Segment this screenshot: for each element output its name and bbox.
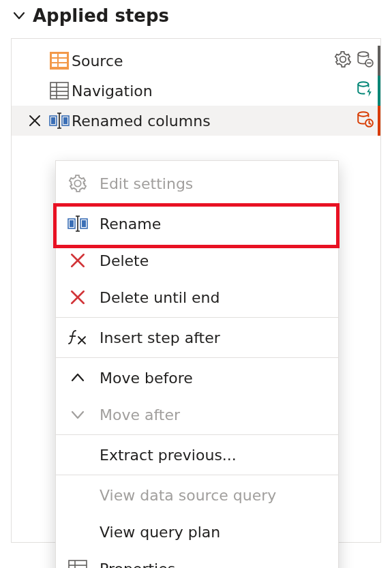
- svg-point-20: [358, 112, 368, 117]
- menu-label: Delete until end: [100, 289, 220, 306]
- svg-rect-3: [52, 59, 57, 62]
- svg-rect-19: [63, 117, 67, 124]
- svg-rect-1: [52, 54, 57, 57]
- chevron-down-icon: [12, 9, 26, 23]
- delete-x-icon: [65, 252, 90, 269]
- menu-item-rename[interactable]: Rename: [56, 205, 338, 242]
- step-navigation[interactable]: Navigation: [12, 76, 380, 106]
- database-bolt-icon: [356, 80, 374, 101]
- svg-rect-4: [59, 59, 67, 62]
- menu-label: Extract previous...: [100, 447, 237, 464]
- step-context-menu: Edit settings Rename: [55, 160, 339, 568]
- svg-rect-27: [69, 560, 87, 568]
- menu-item-delete[interactable]: Delete: [56, 242, 338, 279]
- step-edge-bar: [378, 76, 380, 106]
- rename-icon: [65, 215, 90, 233]
- svg-rect-25: [82, 220, 86, 227]
- menu-separator: [56, 317, 338, 318]
- database-clock-icon: [356, 110, 374, 131]
- menu-item-view-query-plan[interactable]: View query plan: [56, 513, 338, 550]
- menu-item-extract-previous[interactable]: Extract previous...: [56, 436, 338, 473]
- database-minus-icon: [356, 50, 374, 71]
- menu-label: Properties...: [100, 560, 190, 569]
- applied-steps-panel: Source: [11, 38, 381, 543]
- menu-item-properties[interactable]: Properties...: [56, 550, 338, 568]
- applied-steps-title: Applied steps: [33, 5, 169, 26]
- svg-rect-2: [59, 54, 67, 57]
- menu-label: Edit settings: [100, 175, 193, 192]
- delete-step-button[interactable]: [22, 113, 47, 128]
- svg-point-7: [358, 52, 368, 57]
- fx-icon: [65, 329, 90, 346]
- applied-steps-header[interactable]: Applied steps: [12, 5, 381, 26]
- step-edge-bar: [378, 46, 380, 76]
- source-table-icon: [47, 52, 72, 70]
- step-label: Renamed columns: [72, 113, 356, 130]
- rename-columns-icon: [47, 112, 72, 130]
- svg-rect-10: [50, 83, 68, 99]
- gear-icon[interactable]: [334, 50, 352, 71]
- menu-separator: [56, 475, 338, 475]
- chevron-down-icon: [65, 406, 90, 423]
- menu-separator: [56, 357, 338, 358]
- menu-item-view-data-source-query: View data source query: [56, 477, 338, 513]
- menu-label: Delete: [100, 252, 149, 269]
- menu-separator: [56, 203, 338, 204]
- menu-item-delete-until-end[interactable]: Delete until end: [56, 279, 338, 316]
- menu-label: Move before: [100, 370, 193, 387]
- step-source[interactable]: Source: [12, 46, 380, 76]
- delete-x-icon: [65, 289, 90, 305]
- menu-item-move-after: Move after: [56, 396, 338, 433]
- step-label: Navigation: [72, 83, 356, 100]
- svg-point-15: [358, 82, 368, 87]
- menu-item-insert-step-after[interactable]: Insert step after: [56, 319, 338, 356]
- menu-label: Insert step after: [100, 329, 220, 346]
- gear-icon: [65, 174, 90, 193]
- svg-rect-6: [59, 63, 67, 67]
- menu-label: View query plan: [100, 524, 220, 541]
- menu-item-move-before[interactable]: Move before: [56, 359, 338, 396]
- step-edge-bar: [378, 106, 380, 136]
- menu-separator: [56, 434, 338, 435]
- menu-item-edit-settings: Edit settings: [56, 165, 338, 202]
- table-icon: [47, 82, 72, 100]
- step-renamed-columns[interactable]: Renamed columns: [12, 106, 380, 136]
- step-label: Source: [72, 53, 334, 70]
- svg-rect-5: [52, 63, 57, 67]
- properties-icon: [65, 560, 90, 568]
- menu-label: Move after: [100, 406, 180, 423]
- menu-label: Rename: [100, 215, 161, 233]
- svg-rect-18: [51, 117, 55, 124]
- menu-label: View data source query: [100, 487, 276, 504]
- chevron-up-icon: [65, 370, 90, 386]
- svg-rect-24: [70, 220, 74, 227]
